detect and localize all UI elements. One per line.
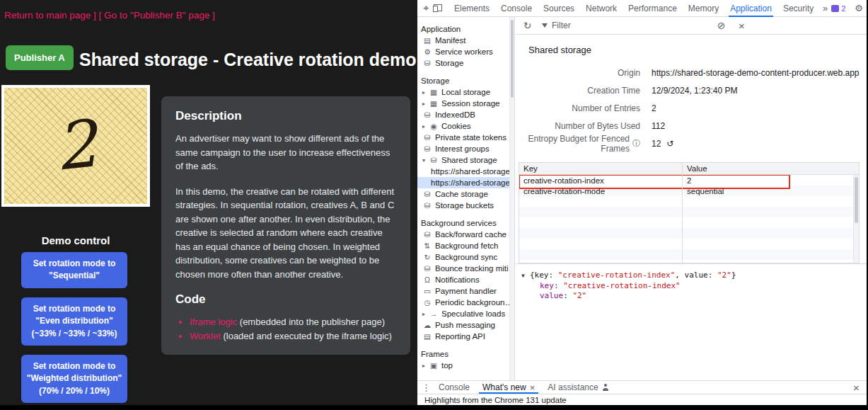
devtools-tabs: ElementsConsoleSourcesNetworkPerformance… xyxy=(449,0,819,16)
device-toolbar-icon[interactable] xyxy=(432,4,443,12)
block-icon[interactable] xyxy=(715,20,727,31)
devtools-tab[interactable]: Elements xyxy=(449,0,495,16)
sidebar-scrollbar[interactable] xyxy=(509,17,514,380)
sidebar-item[interactable]: ▸ ▣ top xyxy=(417,360,514,371)
sidebar-item[interactable]: ↻ Background sync xyxy=(417,251,514,263)
devtools-tab[interactable]: Application xyxy=(724,0,777,16)
devtools-tab[interactable]: Network xyxy=(580,0,623,16)
sidebar-item[interactable]: Ω Notifications xyxy=(417,274,514,285)
sidebar-item[interactable]: ⛁ Bounce tracking miti… xyxy=(417,263,514,274)
frame-icon: ▣ xyxy=(429,361,439,370)
filter-control[interactable]: Filter xyxy=(542,21,571,30)
info-icon[interactable] xyxy=(632,138,640,149)
drawer-menu-icon[interactable] xyxy=(420,382,432,393)
table-row[interactable]: creative-rotation-mode sequential xyxy=(519,186,853,196)
sidebar-item[interactable]: ▸ ▦ Session storage xyxy=(417,98,514,109)
sidebar-item[interactable]: ⛁ Private state tokens xyxy=(417,132,514,143)
storage-items-table: Key Value creative-rotation-index 2 crea… xyxy=(519,162,860,263)
code-links: Iframe logic (embedded into the publishe… xyxy=(190,315,396,343)
sidebar-item[interactable]: ▸ ◉ Cookies xyxy=(417,120,514,132)
description-paragraph-1: An advertiser may want to show different… xyxy=(175,132,396,173)
devtools-tab[interactable]: Console xyxy=(495,0,538,16)
sidebar-item[interactable]: Frames xyxy=(417,348,514,360)
chevron-right-icon[interactable]: ▸ xyxy=(422,89,429,96)
triangle-down-icon[interactable] xyxy=(521,271,530,281)
drawer-tab[interactable]: What's new xyxy=(476,381,541,394)
card-icon: ▭ xyxy=(422,287,432,295)
ad-creative[interactable]: 2 xyxy=(1,85,150,207)
refresh-icon[interactable] xyxy=(521,20,533,31)
drawer-tab[interactable]: AI assistance xyxy=(541,381,615,394)
issues-count-badge[interactable]: 2 xyxy=(831,4,845,13)
person-icon xyxy=(602,384,609,391)
devtools-window: ElementsConsoleSourcesNetworkPerformance… xyxy=(417,0,867,405)
sidebar-item[interactable]: ▤ Reporting API xyxy=(417,331,514,342)
preview-summary[interactable]: {key: "creative-rotation-index", value: … xyxy=(521,271,861,281)
nav-links[interactable]: Return to main page ] [ Go to "Publisher… xyxy=(4,10,215,21)
chevron-right-icon[interactable]: ▸ xyxy=(422,123,429,130)
reset-budget-icon[interactable] xyxy=(666,139,673,149)
document-icon: ▤ xyxy=(422,332,432,341)
sidebar-item[interactable]: ⛁ Interest groups xyxy=(417,143,514,154)
sidebar-item[interactable]: ⛁ Cache storage xyxy=(417,188,514,200)
chevron-right-icon[interactable]: ▸ xyxy=(422,311,429,317)
sidebar-item[interactable]: https://shared-storage… xyxy=(417,166,514,177)
sidebar-item[interactable]: ⛁ Back/forward cache xyxy=(417,229,514,240)
sidebar-item[interactable]: ▸ → Speculative loads xyxy=(417,308,514,319)
close-drawer-icon[interactable] xyxy=(850,382,862,394)
sidebar-item[interactable]: ☁ Push messaging xyxy=(417,319,514,331)
inspect-element-icon[interactable] xyxy=(420,2,432,14)
column-header-value[interactable]: Value xyxy=(682,163,859,174)
preview-pane: {key: "creative-rotation-index", value: … xyxy=(516,263,867,380)
devtools-tab[interactable]: Security xyxy=(777,0,819,16)
database-icon: ⛁ xyxy=(422,110,432,119)
sidebar-item[interactable]: ⛁ IndexedDB xyxy=(417,109,514,120)
clear-icon[interactable] xyxy=(736,20,748,32)
chevron-right-icon[interactable]: ▸ xyxy=(422,363,429,369)
sidebar-item[interactable]: ⚙ Service workers xyxy=(417,46,514,57)
devtools-tab[interactable]: Sources xyxy=(538,0,580,16)
database-icon: ⛁ xyxy=(429,156,439,164)
sidebar-item[interactable]: Storage xyxy=(417,75,514,86)
sidebar-item[interactable]: https://shared-storage… xyxy=(417,177,514,188)
sidebar-item[interactable]: ⛁ Storage buckets xyxy=(417,200,514,211)
sidebar-item[interactable]: Application xyxy=(417,23,514,35)
column-header-key[interactable]: Key xyxy=(519,163,682,174)
devtools-tab[interactable]: Memory xyxy=(683,0,724,16)
publisher-badge: Publisher A xyxy=(6,45,74,70)
sidebar-item[interactable]: Background services xyxy=(417,217,514,229)
table-scrollbar[interactable] xyxy=(853,175,859,263)
sidebar-item[interactable]: ◷ Periodic backgroun… xyxy=(417,297,514,308)
rotation-mode-button[interactable]: Set rotation mode to "Even distribution"… xyxy=(21,297,127,346)
sidebar-item[interactable]: ▸ ▦ Local storage xyxy=(417,86,514,98)
sidebar-item[interactable]: ⛁ Storage xyxy=(417,57,514,69)
code-bullet: Iframe logic (embedded into the publishe… xyxy=(190,315,396,329)
settings-gear-icon[interactable] xyxy=(853,3,865,13)
sync-icon: ↻ xyxy=(422,253,432,261)
close-tab-icon[interactable] xyxy=(530,382,536,393)
scrollbar-thumb[interactable] xyxy=(855,177,858,223)
bell-icon: Ω xyxy=(422,275,432,284)
scrollbar-thumb[interactable] xyxy=(511,20,514,98)
code-link[interactable]: Iframe logic xyxy=(190,317,237,327)
sidebar-item[interactable]: ▾ ⛁ Shared storage xyxy=(417,154,514,166)
sidebar-item[interactable]: ▭ Payment handler xyxy=(417,285,514,297)
issues-icon xyxy=(831,5,839,12)
drawer-tab[interactable]: Console xyxy=(432,381,476,394)
publisher-page: Return to main page ] [ Go to "Publisher… xyxy=(0,0,417,405)
chevron-down-icon[interactable]: ▾ xyxy=(422,157,429,164)
rotation-mode-button[interactable]: Set rotation mode to "Weighted distribut… xyxy=(21,355,127,403)
chevron-right-icon[interactable]: ▸ xyxy=(422,101,429,107)
meta-row: Origin https://shared-storage-demo-conte… xyxy=(516,64,867,81)
demo-control-title: Demo control xyxy=(1,234,150,246)
panel-toolbar: Filter xyxy=(516,17,867,35)
rotation-mode-button[interactable]: Set rotation mode to "Sequential" xyxy=(21,252,127,288)
devtools-tab[interactable]: Performance xyxy=(623,0,683,16)
sidebar-item[interactable]: ▤ Manifest xyxy=(417,35,514,46)
demo-controls: Set rotation mode to "Sequential" Set ro… xyxy=(21,252,127,403)
sidebar-item[interactable]: ⇅ Background fetch xyxy=(417,240,514,251)
panel-title: Shared storage xyxy=(528,45,867,55)
table-row[interactable]: creative-rotation-index 2 xyxy=(519,175,853,186)
more-tabs-icon[interactable] xyxy=(819,3,831,13)
code-link[interactable]: Worklet xyxy=(190,331,221,341)
